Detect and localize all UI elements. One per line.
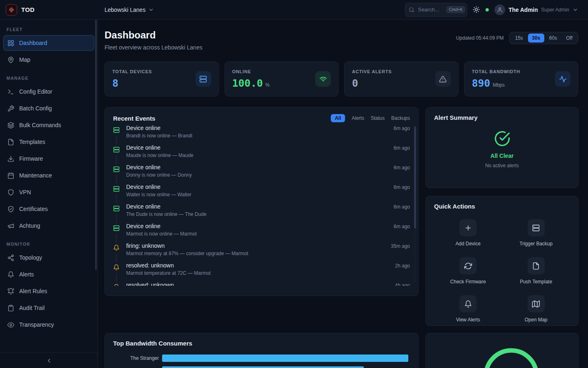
event-title: resolved: unknown xyxy=(126,262,395,269)
sidebar-item-topology[interactable]: Topology xyxy=(3,250,94,265)
search-box[interactable]: Cmd+K xyxy=(405,3,467,17)
search-icon xyxy=(409,7,414,13)
bandwidth-row: Walter xyxy=(113,366,410,368)
event-item: resolved: unknown 4h ago xyxy=(113,281,410,286)
grid-icon xyxy=(7,40,14,47)
quick-action-push-template[interactable]: Push Template xyxy=(520,257,552,285)
event-title: Device online xyxy=(126,144,394,151)
stat-card-active-alerts: Active Alerts 0 xyxy=(344,61,459,96)
sidebar-item-map[interactable]: Map xyxy=(3,52,94,67)
sidebar-item-config-editor[interactable]: Config Editor xyxy=(3,84,94,99)
events-list[interactable]: Device online Brandt is now online — Bra… xyxy=(113,124,410,286)
filter-all[interactable]: All xyxy=(331,114,345,122)
event-item: Device online Donny is now online — Donn… xyxy=(113,163,410,183)
sidebar-item-label: Map xyxy=(19,56,30,63)
page-subtitle: Fleet overview across Lebowski Lanes xyxy=(105,44,203,51)
file-icon xyxy=(532,262,540,270)
events-scrollbar[interactable] xyxy=(414,126,416,283)
server-icon xyxy=(113,225,120,231)
quick-action-label: Trigger Backup xyxy=(519,241,552,247)
event-item: Device online The Dude is now online — T… xyxy=(113,202,410,222)
sun-icon xyxy=(473,6,480,13)
sidebar-scrollbar[interactable] xyxy=(95,20,97,270)
shield-check-icon xyxy=(7,206,14,213)
sidebar-item-dashboard[interactable]: Dashboard xyxy=(3,35,94,51)
bandwidth-row: The Stranger xyxy=(113,355,410,362)
recent-events-card: Recent Events All Alerts Status Backups … xyxy=(105,107,419,296)
sidebar-item-alert-rules[interactable]: Alert Rules xyxy=(3,283,94,299)
alert-triangle-icon xyxy=(439,75,447,83)
server-icon xyxy=(532,224,540,232)
quick-action-check-firmware[interactable]: Check Firmware xyxy=(450,257,486,285)
sidebar-item-label: Maintenance xyxy=(19,172,52,179)
event-time: 6m ago xyxy=(394,224,410,229)
event-item: Device online Marmot is now online — Mar… xyxy=(113,222,410,242)
event-title: resolved: unknown xyxy=(126,282,395,286)
sidebar-item-firmware[interactable]: Firmware xyxy=(3,151,94,166)
refresh-option-30s[interactable]: 30s xyxy=(528,34,544,43)
sidebar-item-vpn[interactable]: VPN xyxy=(3,184,94,200)
filter-backups[interactable]: Backups xyxy=(391,115,410,121)
theme-toggle-button[interactable] xyxy=(473,6,480,13)
quick-action-trigger-backup[interactable]: Trigger Backup xyxy=(519,219,552,247)
event-time: 6m ago xyxy=(394,145,410,151)
event-title: firing: unknown xyxy=(126,242,391,249)
network-health-card: Network Health xyxy=(425,333,579,368)
sidebar-item-label: Transparency xyxy=(19,321,54,328)
event-time: 6m ago xyxy=(394,165,410,171)
refresh-option-60s[interactable]: 60s xyxy=(545,34,561,43)
stat-label: Total Devices xyxy=(112,69,152,74)
stat-value: 8 xyxy=(112,77,118,89)
chevron-down-icon xyxy=(572,7,578,13)
bandwidth-chart: The Stranger Walter xyxy=(113,355,410,368)
sidebar-item-certificates[interactable]: Certificates xyxy=(3,201,94,217)
sidebar-item-templates[interactable]: Templates xyxy=(3,134,94,150)
sidebar-collapse-button[interactable] xyxy=(46,357,52,364)
file-icon xyxy=(7,139,14,146)
sidebar-item-label: Config Editor xyxy=(19,88,52,95)
sidebar-item-bulk-commands[interactable]: Bulk Commands xyxy=(3,117,94,133)
download-icon xyxy=(7,155,14,162)
check-circle-icon xyxy=(494,130,510,147)
quick-action-view-alerts[interactable]: View Alerts xyxy=(456,295,480,323)
sidebar-item-maintenance[interactable]: Maintenance xyxy=(3,168,94,183)
sidebar-item-batch-config[interactable]: Batch Config xyxy=(3,101,94,116)
refresh-icon xyxy=(464,262,472,270)
event-description: Donny is now online — Donny xyxy=(126,172,394,178)
bell-icon xyxy=(464,300,472,308)
event-description: Marmot temperature at 72C — Marmot xyxy=(126,270,395,276)
user-name: The Admin xyxy=(508,7,538,13)
org-selector[interactable]: Lebowski Lanes xyxy=(105,7,154,13)
quick-actions-title: Quick Actions xyxy=(434,203,475,210)
refresh-option-off[interactable]: Off xyxy=(562,34,577,43)
event-time: 4h ago xyxy=(395,283,410,286)
bell-icon xyxy=(113,264,120,271)
bell-ring-icon xyxy=(7,288,14,295)
quick-action-label: Open Map xyxy=(525,317,548,323)
quick-action-open-map[interactable]: Open Map xyxy=(525,295,548,323)
sidebar-item-transparency[interactable]: Transparency xyxy=(3,317,94,332)
app-logo-icon xyxy=(6,4,17,16)
wifi-icon xyxy=(319,75,327,83)
search-input[interactable] xyxy=(418,7,443,13)
event-item: Device online Brandt is now online — Bra… xyxy=(113,124,410,144)
quick-action-add-device[interactable]: Add Device xyxy=(456,219,481,247)
event-item: Device online Maude is now online — Maud… xyxy=(113,144,410,163)
sidebar-item-label: Achtung xyxy=(19,222,40,229)
user-menu[interactable]: The Admin Super Admin xyxy=(494,4,578,15)
sidebar-item-label: Certificates xyxy=(19,206,48,212)
org-name: Lebowski Lanes xyxy=(105,7,145,13)
filter-status[interactable]: Status xyxy=(371,115,385,121)
events-scrollbar-thumb[interactable] xyxy=(414,126,416,229)
sidebar-item-achtung[interactable]: Achtung xyxy=(3,218,94,233)
recent-events-title: Recent Events xyxy=(113,115,155,122)
refresh-option-15s[interactable]: 15s xyxy=(511,34,527,43)
sidebar-section-manage: Manage xyxy=(7,76,91,81)
sidebar-item-audit-trail[interactable]: Audit Trail xyxy=(3,300,94,316)
sidebar: Fleet Dashboard Map Manage Config Editor… xyxy=(0,20,98,368)
alert-status: All Clear xyxy=(490,153,514,159)
sidebar-item-alerts[interactable]: Alerts xyxy=(3,267,94,282)
user-icon xyxy=(497,7,503,13)
calendar-icon xyxy=(7,172,14,179)
filter-alerts[interactable]: Alerts xyxy=(352,115,364,121)
